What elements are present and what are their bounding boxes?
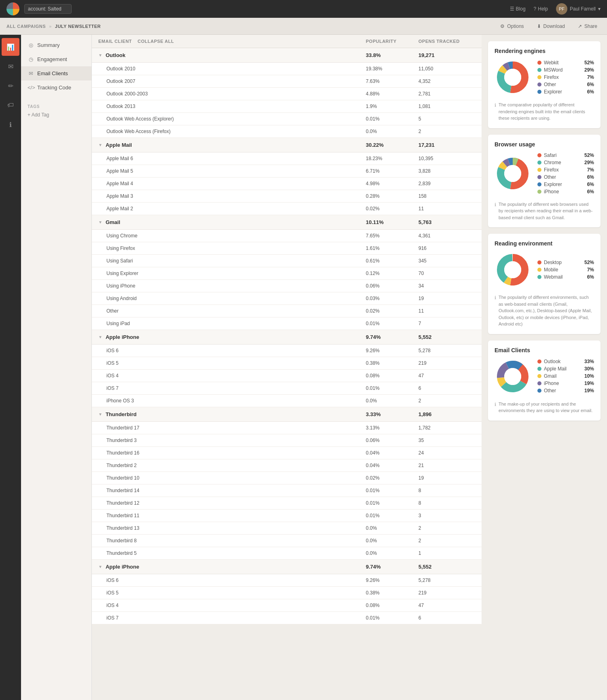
chrome-dot [537,161,541,165]
child-pct: 0.38% [366,360,418,366]
table-group-row[interactable]: ▼ Gmail 10.11% 5,763 [92,215,482,230]
child-name: Thunderbird 17 [106,425,366,431]
child-count: 4,352 [418,78,475,84]
table-row: Outlook Web Access (Firefox) 0.0% 2 [92,125,482,138]
explorer-bu-dot [537,182,541,186]
legend-firefox-bu: Firefox 7% [537,167,594,173]
table-row: iOS 6 9.26% 5,278 [92,574,482,587]
group-pct: 9.74% [366,334,418,340]
sidebar-icon-tag[interactable]: 🏷 [2,96,19,114]
other-re-dot [537,82,541,87]
child-pct: 0.08% [366,373,418,379]
child-pct: 0.28% [366,193,418,199]
webmail-dot [537,275,541,279]
top-nav-right: ☰ Blog ? Help PF Paul Farnell ▾ [510,3,601,15]
user-menu[interactable]: PF Paul Farnell ▾ [556,3,601,15]
child-pct: 0.06% [366,438,418,443]
help-link[interactable]: ? Help [534,6,548,12]
reading-env-legend: Desktop 52% Mobile 7% Webmail 6% [537,260,594,281]
child-count: 1,782 [418,425,475,431]
options-button[interactable]: ⚙ Options [497,22,527,31]
legend-webkit: Webkit 52% [537,60,594,66]
child-pct: 19.38% [366,66,418,72]
share-button[interactable]: ↗ Share [575,22,601,31]
sidebar-icon-email[interactable]: ✉ [2,57,19,75]
child-pct: 0.02% [366,206,418,211]
safari-dot [537,153,541,157]
child-pct: 9.26% [366,577,418,583]
breadcrumb-sep: » [49,24,52,29]
child-pct: 7.63% [366,78,418,84]
child-name: Other [106,308,366,314]
table-group-row[interactable]: ▼ Apple Mail 30.22% 17,231 [92,138,482,152]
sidebar-icon-edit[interactable]: ✏ [2,77,19,95]
account-select[interactable]: account: Salted [24,4,72,14]
child-pct: 0.0% [366,398,418,404]
browser-usage-donut [495,155,531,193]
child-count: 21 [418,463,475,468]
sidebar-item-tracking-code[interactable]: </> Tracking Code [21,80,91,95]
col-opens-tracked: OPENS TRACKED [418,39,475,44]
table-row: iOS 4 0.08% 47 [92,599,482,612]
other-bu-dot [537,175,541,179]
table-group-row[interactable]: ▼ Apple iPhone 9.74% 5,552 [92,330,482,345]
breadcrumb-current: JULY NEWSLETTER [55,24,101,29]
group-name: ▼ Gmail [98,219,366,225]
child-name: Thunderbird 3 [106,438,366,443]
sidebar-item-email-clients[interactable]: ✉ Email Clients [21,66,91,80]
table-group-row[interactable]: ▼ Thunderbird 3.33% 1,896 [92,407,482,422]
mobile-dot [537,268,541,272]
sidebar-item-engagement[interactable]: ◷ Engagement [21,52,91,66]
child-name: Using Android [106,296,366,301]
download-button[interactable]: ⬇ Download [534,22,568,31]
other-ec-dot [537,389,541,393]
table-row: Thunderbird 11 0.01% 3 [92,510,482,522]
email-clients-desc: ℹ The make-up of your recipients and the… [495,401,594,414]
breadcrumb: ALL CAMPAIGNS » JULY NEWSLETTER [6,24,101,29]
table-row: Thunderbird 2 0.04% 21 [92,459,482,472]
sidebar: 📊 ✉ ✏ 🏷 ℹ [0,35,21,700]
table-group-row[interactable]: ▼ Apple iPhone 9.74% 5,552 [92,560,482,574]
table-group-row[interactable]: ▼ Outlook 33.8% 19,271 [92,48,482,63]
child-pct: 0.08% [366,603,418,608]
legend-explorer-bu: Explorer 6% [537,182,594,187]
table-row: Thunderbird 5 0.0% 1 [92,547,482,560]
child-count: 5 [418,116,475,122]
col-email-client: EMAIL CLIENT Collapse All [98,39,366,44]
child-pct: 0.02% [366,308,418,314]
table-row: Using iPhone 0.06% 34 [92,280,482,292]
breadcrumb-all[interactable]: ALL CAMPAIGNS [6,24,46,29]
sub-nav-actions: ⚙ Options ⬇ Download ↗ Share [497,22,601,31]
add-tag-button[interactable]: + Add Tag [28,112,85,118]
legend-explorer-re: Explorer 6% [537,89,594,95]
child-name: Apple Mail 3 [106,193,366,199]
sidebar-icon-analytics[interactable]: 📊 [2,38,19,56]
engagement-icon: ◷ [28,56,34,62]
child-count: 2 [418,398,475,404]
child-pct: 4.98% [366,181,418,186]
child-name: Thunderbird 5 [106,550,366,556]
legend-firefox-re: Firefox 7% [537,74,594,80]
child-name: Using Explorer [106,271,366,276]
table-row: iOS 7 0.01% 6 [92,382,482,395]
table-row: iOS 7 0.01% 6 [92,612,482,624]
left-panel: ◎ Summary ◷ Engagement ✉ Email Clients <… [21,35,92,700]
sidebar-icon-info[interactable]: ℹ [2,116,19,133]
blog-link[interactable]: ☰ Blog [510,6,526,12]
child-count: 8 [418,488,475,493]
browser-usage-card: Browser usage [488,135,601,228]
table-row: iOS 5 0.38% 219 [92,587,482,599]
child-name: Outlook 2007 [106,78,366,84]
table-row: iOS 5 0.38% 219 [92,357,482,370]
chevron-icon: ▼ [98,143,102,147]
child-count: 47 [418,603,475,608]
child-pct: 0.03% [366,296,418,301]
collapse-all-button[interactable]: Collapse All [138,39,174,44]
child-name: Thunderbird 8 [106,538,366,544]
sidebar-item-summary[interactable]: ◎ Summary [21,38,91,52]
child-pct: 18.23% [366,156,418,161]
child-name: Using iPad [106,321,366,326]
table-body: ▼ Outlook 33.8% 19,271 Outlook 2010 19.3… [92,48,482,624]
chevron-icon: ▼ [98,565,102,569]
iphone-bu-dot [537,190,541,194]
